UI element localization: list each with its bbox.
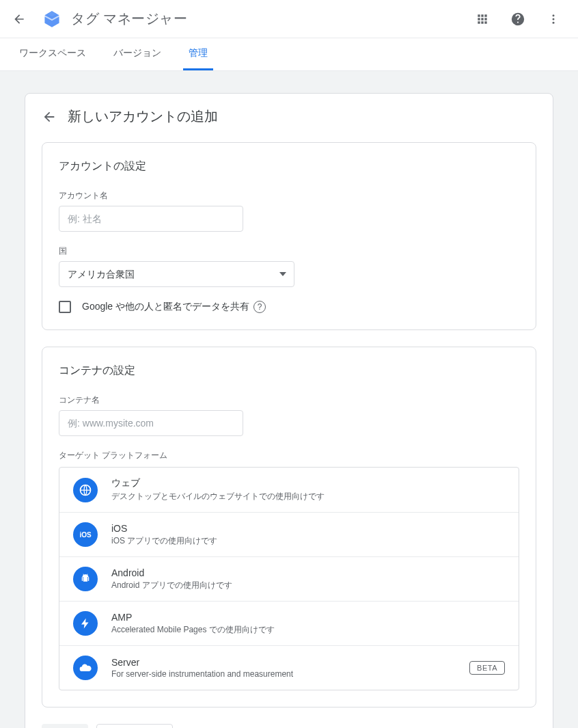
platform-name: AMP bbox=[111, 612, 505, 623]
platform-name: iOS bbox=[111, 523, 505, 534]
tab-workspace[interactable]: ワークスペース bbox=[14, 38, 92, 70]
ios-icon: iOS bbox=[73, 522, 98, 547]
back-button[interactable] bbox=[11, 11, 27, 27]
platform-desc: デスクトップとモバイルのウェブサイトでの使用向けです bbox=[111, 491, 505, 502]
platform-name: Android bbox=[111, 567, 505, 578]
platform-desc: For server-side instrumentation and meas… bbox=[111, 669, 469, 679]
app-title: タグ マネージャー bbox=[71, 10, 469, 28]
main-card: 新しいアカウントの追加 アカウントの設定 アカウント名 国 アメリカ合衆国 bbox=[25, 93, 553, 728]
container-section-title: コンテナの設定 bbox=[59, 364, 519, 378]
platform-amp[interactable]: AMP Accelerated Mobile Pages での使用向けです bbox=[59, 602, 519, 646]
page-title: 新しいアカウントの追加 bbox=[68, 107, 218, 126]
platform-android[interactable]: Android Android アプリでの使用向けです bbox=[59, 557, 519, 602]
app-header: タグ マネージャー bbox=[0, 0, 578, 38]
platform-name: ウェブ bbox=[111, 477, 505, 489]
platform-name: Server bbox=[111, 657, 469, 668]
tab-versions[interactable]: バージョン bbox=[108, 38, 167, 70]
platform-label: ターゲット プラットフォーム bbox=[59, 450, 519, 461]
account-name-label: アカウント名 bbox=[59, 190, 519, 202]
svg-point-1 bbox=[553, 14, 555, 16]
country-select[interactable]: アメリカ合衆国 bbox=[59, 261, 294, 287]
container-settings-section: コンテナの設定 コンテナ名 ターゲット プラットフォーム ウェブ デスクトップと… bbox=[42, 347, 536, 707]
create-button[interactable]: 作成 bbox=[42, 724, 88, 728]
apps-button[interactable] bbox=[469, 5, 496, 33]
arrow-left-icon bbox=[12, 12, 26, 26]
main-tabs: ワークスペース バージョン 管理 bbox=[0, 38, 578, 71]
cloud-icon bbox=[73, 656, 98, 680]
tab-admin[interactable]: 管理 bbox=[183, 38, 213, 70]
web-icon bbox=[73, 478, 98, 502]
content-area: 新しいアカウントの追加 アカウントの設定 アカウント名 国 アメリカ合衆国 bbox=[0, 71, 578, 728]
cancel-button[interactable]: キャンセル bbox=[96, 724, 173, 728]
platform-list: ウェブ デスクトップとモバイルのウェブサイトでの使用向けです iOS iOS i… bbox=[59, 467, 519, 690]
beta-badge: BETA bbox=[469, 661, 505, 675]
account-name-input[interactable] bbox=[59, 206, 243, 232]
share-data-label: Google や他の人と匿名でデータを共有 ? bbox=[82, 301, 266, 313]
more-vert-icon bbox=[547, 13, 560, 25]
help-button[interactable] bbox=[504, 5, 532, 33]
gtm-logo-icon bbox=[41, 8, 63, 30]
share-data-checkbox[interactable] bbox=[59, 301, 71, 313]
arrow-left-icon bbox=[42, 109, 57, 124]
help-icon bbox=[510, 12, 525, 27]
apps-icon bbox=[476, 12, 489, 26]
page-back-button[interactable] bbox=[42, 109, 57, 124]
container-name-input[interactable] bbox=[59, 410, 243, 436]
platform-server[interactable]: Server For server-side instrumentation a… bbox=[59, 646, 519, 690]
account-settings-section: アカウントの設定 アカウント名 国 アメリカ合衆国 bbox=[42, 142, 536, 330]
help-icon[interactable]: ? bbox=[253, 301, 266, 313]
country-label: 国 bbox=[59, 245, 519, 257]
account-section-title: アカウントの設定 bbox=[59, 159, 519, 174]
container-name-label: コンテナ名 bbox=[59, 394, 519, 406]
svg-point-2 bbox=[553, 18, 555, 20]
svg-point-3 bbox=[553, 21, 555, 23]
more-button[interactable] bbox=[540, 5, 567, 33]
platform-web[interactable]: ウェブ デスクトップとモバイルのウェブサイトでの使用向けです bbox=[59, 468, 519, 513]
platform-desc: iOS アプリでの使用向けです bbox=[111, 535, 505, 547]
platform-desc: Accelerated Mobile Pages での使用向けです bbox=[111, 624, 505, 636]
platform-ios[interactable]: iOS iOS iOS アプリでの使用向けです bbox=[59, 513, 519, 557]
android-icon bbox=[73, 567, 98, 591]
platform-desc: Android アプリでの使用向けです bbox=[111, 580, 505, 591]
amp-icon bbox=[73, 611, 98, 636]
